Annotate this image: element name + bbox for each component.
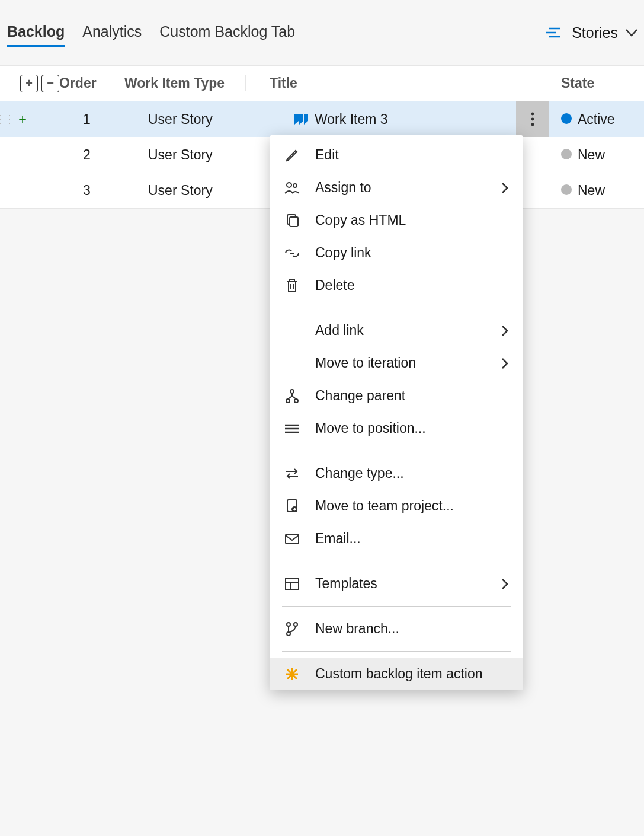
link-icon — [284, 248, 300, 258]
menu-add-link[interactable]: Add link — [270, 314, 523, 347]
svg-rect-9 — [290, 217, 298, 226]
cell-state: Active — [549, 111, 644, 127]
asterisk-icon — [284, 667, 300, 681]
grid-header: + − Order Work Item Type Title State — [0, 66, 644, 101]
chevron-right-icon — [501, 358, 508, 369]
drag-handle-icon[interactable]: ⋮⋮ — [0, 113, 14, 126]
backlog-level-label: Stories — [572, 24, 618, 42]
column-work-item-type[interactable]: Work Item Type — [124, 75, 246, 91]
cell-type: User Story — [148, 111, 270, 127]
expand-all-button[interactable]: + — [20, 75, 38, 92]
inline-add-icon[interactable]: ＋ — [16, 110, 29, 128]
cell-type: User Story — [148, 183, 270, 199]
cell-title: Work Item 3 — [315, 111, 388, 127]
svg-point-22 — [287, 623, 290, 626]
people-icon — [284, 181, 300, 194]
copy-icon — [284, 213, 300, 228]
svg-rect-18 — [286, 534, 299, 544]
tab-custom-backlog[interactable]: Custom Backlog Tab — [159, 18, 295, 47]
user-story-icon — [293, 113, 309, 126]
row-more-actions-button[interactable] — [516, 101, 549, 137]
menu-change-type[interactable]: Change type... — [270, 457, 523, 490]
branch-icon — [284, 621, 300, 637]
svg-point-23 — [294, 623, 297, 626]
menu-change-parent[interactable]: Change parent — [270, 379, 523, 412]
menu-email[interactable]: Email... — [270, 522, 523, 555]
svg-point-24 — [287, 632, 290, 636]
column-order[interactable]: Order — [59, 75, 124, 91]
menu-move-to-team-project[interactable]: Move to team project... — [270, 490, 523, 522]
chevron-right-icon — [501, 182, 508, 194]
move-project-icon — [284, 499, 300, 514]
list-icon — [284, 423, 300, 434]
collapse-all-button[interactable]: − — [41, 75, 59, 92]
svg-point-11 — [286, 399, 290, 403]
svg-point-6 — [287, 183, 291, 187]
hierarchy-icon — [284, 389, 300, 403]
backlog-level-selector[interactable]: Stories — [572, 24, 638, 42]
cell-type: User Story — [148, 147, 270, 163]
svg-point-12 — [294, 399, 298, 403]
menu-copy-html[interactable]: Copy as HTML — [270, 204, 523, 237]
menu-edit[interactable]: Edit — [270, 139, 523, 171]
cell-order: 2 — [83, 147, 148, 163]
svg-rect-19 — [286, 579, 299, 589]
column-state[interactable]: State — [549, 75, 644, 91]
cell-state: New — [549, 147, 644, 163]
cell-order: 1 — [83, 111, 148, 127]
trash-icon — [284, 279, 300, 293]
chevron-right-icon — [501, 578, 508, 590]
svg-point-3 — [531, 113, 534, 116]
menu-delete[interactable]: Delete — [270, 269, 523, 302]
swap-icon — [284, 468, 300, 480]
svg-point-5 — [531, 123, 534, 126]
cell-state: New — [549, 183, 644, 199]
menu-move-to-position[interactable]: Move to position... — [270, 412, 523, 445]
context-menu: Edit Assign to Copy as HTML Copy link De… — [270, 135, 523, 690]
cell-order: 3 — [83, 183, 148, 199]
svg-point-7 — [293, 184, 297, 187]
tab-analytics[interactable]: Analytics — [82, 18, 142, 47]
email-icon — [284, 533, 300, 545]
menu-new-branch[interactable]: New branch... — [270, 612, 523, 645]
edit-icon — [284, 148, 300, 162]
chevron-right-icon — [501, 325, 508, 337]
svg-point-4 — [531, 118, 534, 121]
menu-custom-backlog-item-action[interactable]: Custom backlog item action — [270, 658, 523, 690]
menu-move-to-iteration[interactable]: Move to iteration — [270, 347, 523, 379]
menu-copy-link[interactable]: Copy link — [270, 237, 523, 269]
menu-assign-to[interactable]: Assign to — [270, 171, 523, 204]
chevron-down-icon — [625, 28, 638, 37]
list-icon[interactable] — [544, 27, 560, 39]
menu-templates[interactable]: Templates — [270, 567, 523, 600]
svg-point-10 — [290, 390, 294, 393]
tab-backlog[interactable]: Backlog — [7, 18, 65, 47]
table-row[interactable]: ⋮⋮＋ 1 User Story Work Item 3 Active — [0, 101, 644, 137]
template-icon — [284, 577, 300, 591]
column-title[interactable]: Title — [246, 75, 549, 91]
